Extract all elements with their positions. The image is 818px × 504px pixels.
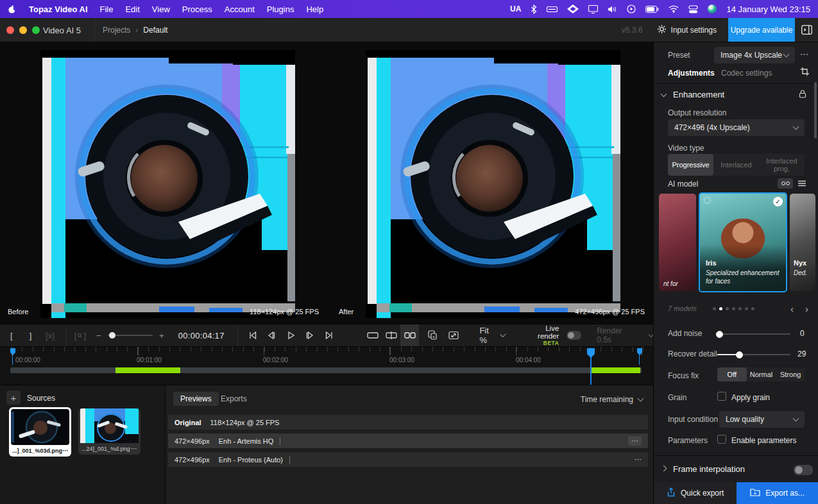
rendered-preview-segment[interactable]: [591, 367, 640, 373]
menu-plugins[interactable]: Plugins: [267, 4, 294, 14]
focus-fix-off[interactable]: Off: [717, 367, 747, 382]
tab-codec-settings[interactable]: Codec settings: [721, 69, 772, 78]
rendered-preview-segment[interactable]: [115, 367, 180, 373]
panel-scrollbar[interactable]: [814, 82, 817, 139]
zoom-region-icon[interactable]: []: [74, 331, 86, 340]
playhead[interactable]: [587, 348, 595, 358]
clear-trim-button[interactable]: [x]: [46, 331, 55, 340]
menu-help[interactable]: Help: [306, 4, 323, 14]
preview-row[interactable]: 472×496px Enh - Artemis HQ ⋯: [168, 433, 648, 448]
tab-exports[interactable]: Exports: [214, 392, 254, 406]
wifi-icon[interactable]: [669, 5, 679, 13]
export-as-button[interactable]: Export as...: [737, 482, 818, 504]
focus-fix-strong[interactable]: Strong: [776, 367, 805, 382]
split-view-button[interactable]: [382, 324, 400, 347]
play-circle-icon[interactable]: [627, 4, 636, 13]
fullscreen-view-button[interactable]: [444, 324, 463, 347]
diamond-logo-icon[interactable]: [567, 4, 579, 13]
breadcrumb-default[interactable]: Default: [143, 26, 167, 35]
video-type-progressive[interactable]: Progressive: [668, 154, 713, 176]
apply-grain-checkbox-label[interactable]: Apply grain: [731, 393, 770, 402]
after-video-pane[interactable]: [366, 50, 620, 318]
minimize-window-button[interactable]: [19, 26, 27, 34]
battery-icon[interactable]: [645, 6, 659, 13]
previous-frame-button[interactable]: [262, 324, 281, 347]
menu-file[interactable]: File: [100, 4, 114, 14]
recover-detail-slider[interactable]: [717, 354, 790, 355]
model-compare-view-icon[interactable]: [778, 178, 793, 189]
compare-models-view-button[interactable]: a: [423, 324, 441, 347]
tab-previews[interactable]: Previews: [173, 392, 219, 406]
zoom-slider-knob[interactable]: [109, 332, 115, 339]
upgrade-available-button[interactable]: Upgrade available: [728, 18, 795, 42]
menu-edit[interactable]: Edit: [125, 4, 139, 14]
side-by-side-view-button[interactable]: [400, 324, 419, 347]
output-resolution-dropdown[interactable]: 472×496 (4x Upscale): [668, 119, 805, 136]
model-list-view-icon[interactable]: [797, 178, 806, 190]
before-video-pane[interactable]: [40, 50, 295, 318]
frame-interp-expand-chevron-icon[interactable]: [661, 466, 667, 472]
apple-logo-icon[interactable]: [8, 4, 17, 14]
panel-toggle-icon[interactable]: [795, 18, 818, 42]
model-card-previous[interactable]: nt for: [659, 194, 696, 291]
preview-row-original[interactable]: Original 118×124px @ 25 FPS: [168, 415, 648, 430]
skip-to-start-button[interactable]: [243, 324, 262, 347]
sort-dropdown[interactable]: Time remaining: [581, 395, 643, 404]
breadcrumb-projects[interactable]: Projects: [103, 26, 130, 35]
zoom-out-button[interactable]: −: [96, 331, 101, 340]
trim-in-button[interactable]: [: [10, 331, 13, 340]
stage-manager-icon[interactable]: [688, 5, 698, 13]
section-collapse-chevron-icon[interactable]: [661, 91, 667, 97]
input-settings-button[interactable]: Input settings: [657, 24, 717, 36]
add-noise-slider[interactable]: [717, 333, 790, 335]
skip-to-end-button[interactable]: [320, 324, 339, 347]
lock-icon[interactable]: [798, 89, 807, 101]
display-icon[interactable]: [588, 5, 598, 13]
close-window-button[interactable]: [6, 26, 14, 34]
video-type-interlaced-prog[interactable]: Interlaced prog.: [759, 154, 805, 176]
video-type-interlaced[interactable]: Interlaced: [713, 154, 759, 176]
single-view-button[interactable]: [363, 324, 382, 347]
frame-interpolation-title[interactable]: Frame interpolation: [673, 464, 745, 474]
timeline[interactable]: 00:00:00 00:01:00 00:02:00 00:03:00 00:0…: [0, 346, 653, 385]
preset-menu-icon[interactable]: ⋯: [800, 49, 808, 59]
keyboard-icon[interactable]: [547, 5, 558, 13]
volume-icon[interactable]: [608, 5, 617, 13]
source-menu-icon[interactable]: ⋯: [62, 447, 69, 454]
zoom-in-button[interactable]: +: [159, 331, 164, 340]
zoom-window-button[interactable]: [32, 26, 40, 34]
trim-out-button[interactable]: ]: [30, 331, 32, 340]
source-menu-icon[interactable]: ⋯: [131, 445, 137, 452]
timeline-track[interactable]: [10, 367, 642, 373]
play-button[interactable]: [281, 324, 300, 347]
model-card-next[interactable]: Nyx Ded.: [790, 194, 815, 291]
model-card-selected-iris[interactable]: ✓ Iris Specialized enhancement for faces: [699, 192, 787, 292]
menubar-clock[interactable]: 14 January Wed 23:15: [726, 4, 810, 14]
quick-export-button[interactable]: Quick export: [654, 482, 737, 504]
preview-row[interactable]: 472×496px Enh - Proteus (Auto) ⋯: [168, 452, 648, 467]
crop-icon[interactable]: [800, 67, 810, 78]
carousel-prev-icon[interactable]: ‹: [790, 303, 794, 314]
source-card-selected[interactable]: ...]_001_%03d.png ⋯: [9, 407, 71, 457]
source-card[interactable]: ...24]_001_%d.png ⋯: [78, 408, 141, 455]
next-frame-button[interactable]: [300, 324, 320, 347]
preview-row-menu-icon[interactable]: ⋯: [635, 455, 642, 464]
fit-zoom-dropdown[interactable]: Fit %: [479, 326, 504, 345]
zoom-slider[interactable]: [108, 335, 153, 336]
focus-fix-normal[interactable]: Normal: [747, 367, 776, 382]
app-status-icon[interactable]: [708, 4, 717, 13]
live-render-toggle[interactable]: [567, 331, 581, 340]
enable-parameters-checkbox[interactable]: [717, 435, 726, 444]
apply-grain-checkbox[interactable]: [717, 392, 726, 401]
menu-account[interactable]: Account: [225, 4, 255, 14]
frame-interpolation-toggle[interactable]: [794, 465, 813, 475]
enhancement-section-title[interactable]: Enhancement: [673, 90, 724, 99]
menu-process[interactable]: Process: [182, 4, 212, 14]
menubar-app-name[interactable]: Topaz Video AI: [29, 4, 88, 14]
enable-parameters-checkbox-label[interactable]: Enable parameters: [731, 436, 796, 445]
input-source-indicator[interactable]: UA: [510, 4, 521, 13]
preset-dropdown[interactable]: Image 4x Upscale: [714, 47, 795, 63]
tab-adjustments[interactable]: Adjustments: [668, 69, 715, 78]
preview-row-menu-icon[interactable]: ⋯: [628, 436, 642, 446]
bluetooth-icon[interactable]: [531, 4, 537, 14]
